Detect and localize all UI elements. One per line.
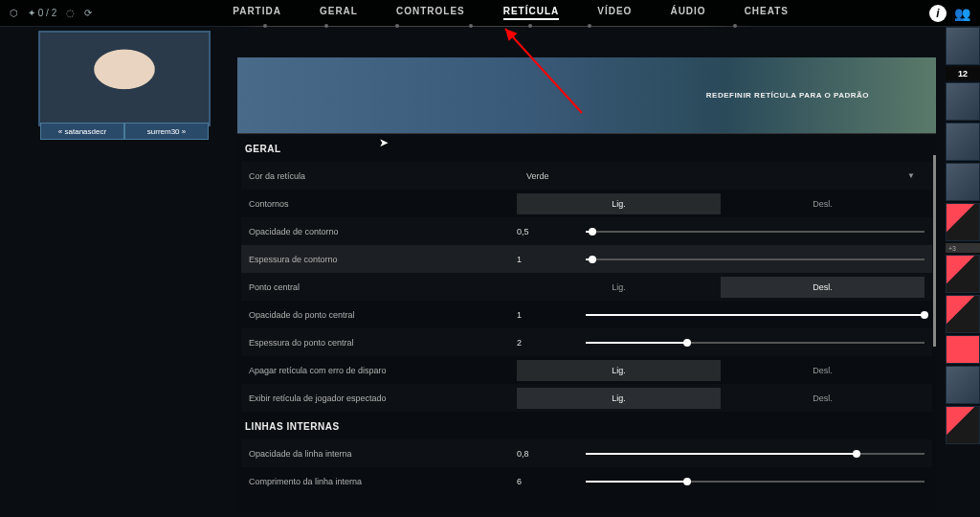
row-outlines: Contornos Lig. Desl. (241, 190, 932, 217)
tab-cheats[interactable]: CHEATS (745, 6, 789, 20)
tab-controles[interactable]: CONTROLES (396, 6, 465, 20)
toggle-off[interactable]: Desl. (721, 388, 924, 409)
toggle-off[interactable]: Desl. (721, 193, 924, 214)
row-center-dot-opacity: Opacidade do ponto central 1 (241, 301, 932, 328)
label: Cor da retícula (249, 171, 517, 181)
row-inner-line-length: Comprimento da linha interna 6 (241, 467, 932, 495)
avatar[interactable] (946, 27, 980, 65)
toggle-on[interactable]: Lig. (517, 388, 721, 409)
logo-icon: ⬡ (10, 8, 18, 18)
chevron-down-icon: ▼ (907, 171, 915, 180)
currency-indicator: ✦ 0 / 2 (28, 8, 56, 18)
row-fade-on-fire-error: Apagar retícula com erro de disparo Lig.… (241, 356, 932, 384)
timer-icon: ◌ (66, 8, 75, 18)
avatar[interactable] (946, 335, 980, 364)
toggle-on[interactable]: Lig. (517, 193, 721, 214)
crosshair-preview: REDEFINIR RETÍCULA PARA O PADRÃO (237, 57, 936, 134)
webcam-overlay: « satanasdecr surrem30 » (38, 31, 211, 126)
avatar[interactable] (946, 203, 980, 241)
row-inner-line-opacity: Opacidade da linha interna 0,8 (241, 439, 932, 467)
toggle-off[interactable]: Desl. (721, 360, 924, 381)
info-icon[interactable]: i (929, 5, 947, 22)
crosshair-color-dropdown[interactable]: Verde ▼ (517, 162, 924, 190)
toggle-on[interactable]: Lig. (517, 277, 721, 298)
avatar[interactable] (946, 295, 980, 333)
slider[interactable] (586, 342, 924, 344)
crosshair-settings-panel: REDEFINIR RETÍCULA PARA O PADRÃO GERAL C… (237, 57, 936, 512)
tab-reticula[interactable]: RETÍCULA (503, 6, 560, 20)
social-icon[interactable]: 👥 (954, 6, 970, 21)
row-crosshair-color: Cor da retícula Verde ▼ (241, 162, 932, 190)
row-outline-thickness: Espessura de contorno ➤ 1 (241, 245, 932, 273)
tab-video[interactable]: VÍDEO (597, 6, 632, 20)
avatar[interactable] (946, 255, 980, 293)
slider[interactable] (586, 258, 924, 260)
slider[interactable] (586, 314, 924, 316)
toggle-off[interactable]: Desl. (721, 277, 924, 298)
scrollbar[interactable] (933, 155, 936, 347)
tab-audio[interactable]: ÁUDIO (670, 6, 705, 20)
badge: +3 (946, 243, 980, 253)
section-header-inner-lines: LINHAS INTERNAS (241, 412, 932, 439)
avatar[interactable] (946, 123, 980, 161)
tab-geral[interactable]: GERAL (320, 6, 358, 20)
slider[interactable] (586, 231, 924, 233)
row-show-spectated: Exibir retícula de jogador espectado Lig… (241, 384, 932, 412)
avatar[interactable] (946, 406, 980, 444)
slider[interactable] (586, 453, 924, 455)
slider[interactable] (586, 481, 924, 483)
team-score: 12 (946, 67, 980, 80)
player-sidebar: 12 +3 (946, 27, 980, 444)
toggle-on[interactable]: Lig. (517, 360, 721, 381)
reset-crosshair-button[interactable]: REDEFINIR RETÍCULA PARA O PADRÃO (706, 91, 869, 100)
avatar[interactable] (946, 366, 980, 404)
avatar[interactable] (946, 163, 980, 201)
row-center-dot: Ponto central Lig. Desl. (241, 273, 932, 301)
player-name-left: « satanasdecr (40, 123, 124, 140)
avatar[interactable] (946, 82, 980, 121)
tab-partida[interactable]: PARTIDA (233, 6, 281, 20)
settings-tabs: PARTIDA GERAL CONTROLES RETÍCULA VÍDEO Á… (92, 6, 929, 20)
section-header-geral: GERAL (241, 134, 932, 162)
load-icon: ⟳ (84, 8, 92, 18)
row-outline-opacity: Opacidade de contorno 0,5 (241, 217, 932, 245)
player-name-right: surrem30 » (124, 123, 209, 140)
row-center-dot-thickness: Espessura do ponto central 2 (241, 328, 932, 356)
